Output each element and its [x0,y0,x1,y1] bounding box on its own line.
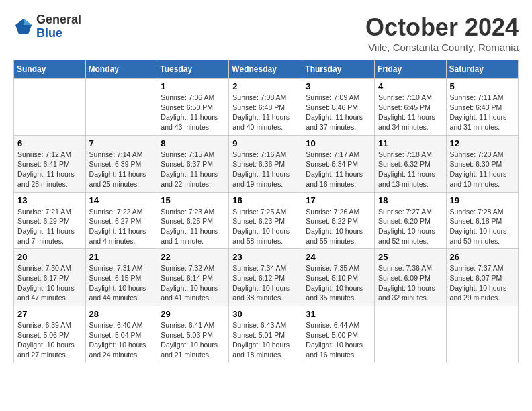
table-row: 31Sunrise: 6:44 AM Sunset: 5:00 PM Dayli… [302,306,375,363]
table-row: 26Sunrise: 7:37 AM Sunset: 6:07 PM Dayli… [446,249,518,306]
table-row: 9Sunrise: 7:16 AM Sunset: 6:36 PM Daylig… [229,135,302,192]
table-row: 14Sunrise: 7:22 AM Sunset: 6:27 PM Dayli… [85,192,157,249]
day-info: Sunrise: 7:15 AM Sunset: 6:37 PM Dayligh… [161,150,225,189]
day-info: Sunrise: 7:18 AM Sunset: 6:32 PM Dayligh… [378,150,443,189]
day-info: Sunrise: 7:27 AM Sunset: 6:20 PM Dayligh… [378,207,443,246]
day-number: 26 [450,252,515,262]
calendar-header-row: Sunday Monday Tuesday Wednesday Thursday… [14,60,519,79]
day-info: Sunrise: 7:08 AM Sunset: 6:48 PM Dayligh… [232,93,298,132]
calendar-week-row: 20Sunrise: 7:30 AM Sunset: 6:17 PM Dayli… [14,249,519,306]
day-info: Sunrise: 7:17 AM Sunset: 6:34 PM Dayligh… [306,150,371,189]
logo-icon [13,17,34,37]
day-info: Sunrise: 7:35 AM Sunset: 6:10 PM Dayligh… [306,263,371,303]
table-row: 4Sunrise: 7:10 AM Sunset: 6:45 PM Daylig… [375,79,447,136]
day-info: Sunrise: 6:40 AM Sunset: 5:04 PM Dayligh… [89,320,154,360]
day-number: 25 [378,252,443,262]
day-info: Sunrise: 7:26 AM Sunset: 6:22 PM Dayligh… [306,207,371,246]
logo-text: General Blue [36,13,81,40]
day-info: Sunrise: 7:22 AM Sunset: 6:27 PM Dayligh… [89,207,154,246]
day-number: 19 [450,195,515,205]
calendar-week-row: 13Sunrise: 7:21 AM Sunset: 6:29 PM Dayli… [14,192,519,249]
day-number: 22 [161,252,225,262]
table-row: 24Sunrise: 7:35 AM Sunset: 6:10 PM Dayli… [302,249,375,306]
table-row: 20Sunrise: 7:30 AM Sunset: 6:17 PM Dayli… [14,249,86,306]
table-row: 29Sunrise: 6:41 AM Sunset: 5:03 PM Dayli… [157,306,229,363]
day-number: 11 [378,138,443,148]
day-info: Sunrise: 7:09 AM Sunset: 6:46 PM Dayligh… [306,93,371,132]
day-info: Sunrise: 6:39 AM Sunset: 5:06 PM Dayligh… [17,320,82,360]
day-info: Sunrise: 7:16 AM Sunset: 6:36 PM Dayligh… [232,150,298,189]
table-row: 2Sunrise: 7:08 AM Sunset: 6:48 PM Daylig… [229,79,302,136]
table-row: 23Sunrise: 7:34 AM Sunset: 6:12 PM Dayli… [229,249,302,306]
header-wednesday: Wednesday [229,60,302,79]
day-number: 27 [17,309,82,319]
calendar-table: Sunday Monday Tuesday Wednesday Thursday… [13,60,519,363]
logo-blue: Blue [36,27,81,40]
table-row: 12Sunrise: 7:20 AM Sunset: 6:30 PM Dayli… [446,135,518,192]
day-info: Sunrise: 7:28 AM Sunset: 6:18 PM Dayligh… [450,207,515,246]
table-row: 10Sunrise: 7:17 AM Sunset: 6:34 PM Dayli… [302,135,375,192]
table-row [375,306,447,363]
day-number: 7 [89,138,154,148]
day-number: 24 [306,252,371,262]
table-row: 11Sunrise: 7:18 AM Sunset: 6:32 PM Dayli… [375,135,447,192]
day-number: 23 [232,252,298,262]
day-number: 1 [161,81,225,91]
month-title: October 2024 [365,13,519,42]
table-row: 18Sunrise: 7:27 AM Sunset: 6:20 PM Dayli… [375,192,447,249]
day-number: 14 [89,195,154,205]
day-number: 18 [378,195,443,205]
day-info: Sunrise: 7:25 AM Sunset: 6:23 PM Dayligh… [232,207,298,246]
day-number: 20 [17,252,82,262]
day-info: Sunrise: 6:44 AM Sunset: 5:00 PM Dayligh… [306,320,371,360]
day-number: 16 [232,195,298,205]
day-info: Sunrise: 7:30 AM Sunset: 6:17 PM Dayligh… [17,263,82,303]
header-tuesday: Tuesday [157,60,229,79]
day-info: Sunrise: 7:11 AM Sunset: 6:43 PM Dayligh… [450,93,515,132]
table-row [85,79,157,136]
day-number: 3 [306,81,371,91]
location-subtitle: Viile, Constanta County, Romania [365,42,519,53]
day-number: 8 [161,138,225,148]
day-number: 12 [450,138,515,148]
day-info: Sunrise: 7:32 AM Sunset: 6:14 PM Dayligh… [161,263,225,303]
table-row: 27Sunrise: 6:39 AM Sunset: 5:06 PM Dayli… [14,306,86,363]
table-row: 22Sunrise: 7:32 AM Sunset: 6:14 PM Dayli… [157,249,229,306]
table-row: 3Sunrise: 7:09 AM Sunset: 6:46 PM Daylig… [302,79,375,136]
header-sunday: Sunday [14,60,86,79]
day-number: 2 [232,81,298,91]
day-info: Sunrise: 7:23 AM Sunset: 6:25 PM Dayligh… [161,207,225,246]
day-info: Sunrise: 7:14 AM Sunset: 6:39 PM Dayligh… [89,150,154,189]
day-number: 31 [306,309,371,319]
day-number: 9 [232,138,298,148]
header-saturday: Saturday [446,60,518,79]
table-row: 16Sunrise: 7:25 AM Sunset: 6:23 PM Dayli… [229,192,302,249]
day-number: 6 [17,138,82,148]
table-row: 5Sunrise: 7:11 AM Sunset: 6:43 PM Daylig… [446,79,518,136]
title-section: October 2024 Viile, Constanta County, Ro… [365,13,519,53]
day-number: 21 [89,252,154,262]
logo-general: General [36,13,81,27]
table-row: 15Sunrise: 7:23 AM Sunset: 6:25 PM Dayli… [157,192,229,249]
header-friday: Friday [375,60,447,79]
day-number: 15 [161,195,225,205]
logo: General Blue [13,13,81,40]
day-info: Sunrise: 7:37 AM Sunset: 6:07 PM Dayligh… [450,263,515,303]
table-row: 6Sunrise: 7:12 AM Sunset: 6:41 PM Daylig… [14,135,86,192]
table-row: 8Sunrise: 7:15 AM Sunset: 6:37 PM Daylig… [157,135,229,192]
day-info: Sunrise: 7:20 AM Sunset: 6:30 PM Dayligh… [450,150,515,189]
table-row: 7Sunrise: 7:14 AM Sunset: 6:39 PM Daylig… [85,135,157,192]
day-number: 29 [161,309,225,319]
page-header: General Blue October 2024 Viile, Constan… [13,13,519,53]
calendar-week-row: 27Sunrise: 6:39 AM Sunset: 5:06 PM Dayli… [14,306,519,363]
table-row: 28Sunrise: 6:40 AM Sunset: 5:04 PM Dayli… [85,306,157,363]
table-row [446,306,518,363]
table-row: 25Sunrise: 7:36 AM Sunset: 6:09 PM Dayli… [375,249,447,306]
day-info: Sunrise: 7:21 AM Sunset: 6:29 PM Dayligh… [17,207,82,246]
day-number: 10 [306,138,371,148]
table-row [14,79,86,136]
day-number: 28 [89,309,154,319]
table-row: 19Sunrise: 7:28 AM Sunset: 6:18 PM Dayli… [446,192,518,249]
day-info: Sunrise: 7:34 AM Sunset: 6:12 PM Dayligh… [232,263,298,303]
table-row: 1Sunrise: 7:06 AM Sunset: 6:50 PM Daylig… [157,79,229,136]
